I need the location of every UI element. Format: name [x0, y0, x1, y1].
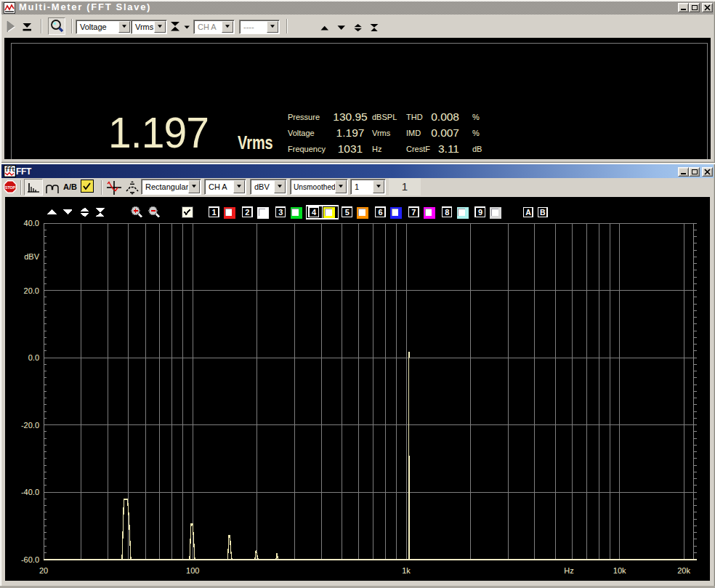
svg-text:dBV: dBV — [24, 252, 39, 261]
svg-text:A: A — [525, 208, 531, 217]
svg-text:1k: 1k — [402, 566, 411, 575]
svg-text:Hz: Hz — [564, 566, 573, 575]
svg-text:-40.0: -40.0 — [21, 488, 39, 496]
svg-text:6: 6 — [379, 208, 383, 217]
svg-text:-20.0: -20.0 — [21, 421, 39, 430]
svg-text:3: 3 — [278, 208, 283, 217]
svg-text:B: B — [540, 208, 546, 217]
svg-text:5: 5 — [345, 208, 350, 217]
svg-text:-60.0: -60.0 — [21, 555, 39, 564]
svg-text:100: 100 — [186, 566, 199, 575]
svg-text:1: 1 — [212, 208, 217, 217]
svg-text:7: 7 — [411, 208, 416, 217]
svg-text:2: 2 — [245, 208, 249, 217]
svg-text:8: 8 — [445, 208, 449, 217]
svg-text:0.0: 0.0 — [28, 353, 39, 362]
svg-text:40.0: 40.0 — [24, 219, 39, 227]
svg-text:20.0: 20.0 — [24, 286, 39, 295]
svg-text:10k: 10k — [613, 566, 626, 575]
svg-text:STOP: STOP — [5, 185, 16, 190]
svg-text:20: 20 — [39, 566, 48, 575]
svg-text:9: 9 — [478, 208, 482, 217]
svg-text:4: 4 — [312, 208, 317, 217]
svg-text:20k: 20k — [677, 566, 690, 575]
